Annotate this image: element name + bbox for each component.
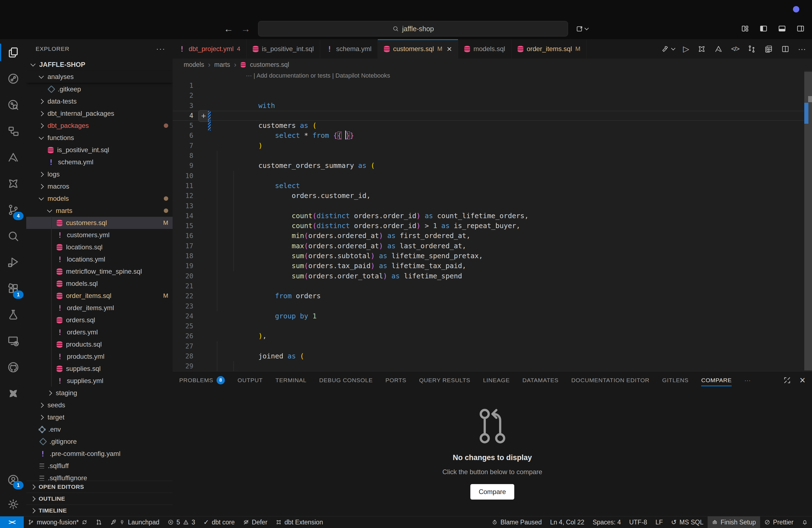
test-flask-icon[interactable] (0, 302, 26, 328)
problems-item[interactable]: 5 3 (163, 516, 199, 528)
dbt-power-user-icon[interactable] (697, 45, 706, 53)
code-line[interactable]: 26 + joined as ( (173, 331, 812, 341)
tree-item[interactable]: ! order_items.sql M (26, 290, 173, 302)
code-line[interactable]: 8 + (173, 151, 812, 161)
code-line[interactable]: 11 + (173, 181, 812, 191)
panel-tab[interactable]: TERMINAL (275, 371, 307, 389)
dbt-power-user-filled-icon[interactable] (0, 380, 26, 407)
tree-item[interactable]: ! .env (26, 423, 173, 436)
sidebar-section-header[interactable]: OUTLINE (26, 493, 173, 504)
tree-item[interactable]: ! functions (26, 132, 173, 144)
launchpad-item[interactable]: Launchpad (106, 516, 163, 528)
tree-item[interactable]: ! order_items.yml (26, 302, 173, 314)
tree-item[interactable]: ! JAFFLE-SHOP (26, 59, 173, 71)
tree-item[interactable]: ! .sqlfluff (26, 460, 173, 472)
cursor-position-item[interactable]: Ln 4, Col 22 (546, 516, 589, 528)
tree-item[interactable]: ! .pre-commit-config.yaml (26, 448, 173, 460)
prettier-item[interactable]: Prettier (760, 516, 798, 528)
explorer-icon[interactable] (0, 39, 26, 65)
compare-button[interactable]: Compare (470, 484, 514, 500)
panel-tab[interactable]: COMPARE (701, 371, 731, 389)
tree-item[interactable]: ! dbt_packages (26, 120, 173, 132)
pull-request-item[interactable] (92, 516, 106, 528)
tree-item[interactable]: ! data-tests (26, 95, 173, 107)
github-icon[interactable] (0, 354, 26, 380)
tree-item[interactable]: ! orders.sql (26, 314, 173, 326)
code-line[interactable]: 15 + max(orders.ordered_at) as last_orde… (173, 221, 812, 231)
code-line[interactable]: 5 + ) (173, 121, 812, 131)
tree-item[interactable]: ! locations.yml (26, 253, 173, 265)
tree-item[interactable]: ! schema.yml (26, 156, 173, 168)
code-line[interactable]: 18 + sum(orders.order_total) as lifetime… (173, 251, 812, 261)
more-actions-icon[interactable]: ··· (798, 45, 806, 53)
tree-item[interactable]: ! customers.sql M (26, 217, 173, 229)
editor-tab[interactable]: ! schema.yml × (320, 39, 378, 59)
tree-item[interactable]: ! staging (26, 387, 173, 399)
back-icon[interactable]: ← (224, 24, 233, 33)
dbt-extension-item[interactable]: dbt Extension (272, 516, 327, 528)
tree-item[interactable]: ! customers.yml (26, 229, 173, 241)
git-branch-item[interactable]: mwong-fusion* (24, 516, 92, 528)
command-center-search[interactable]: jaffle-shop (258, 21, 568, 36)
breadcrumb-folder[interactable]: marts (214, 61, 230, 69)
tree-item[interactable]: ! macros (26, 180, 173, 192)
panel-tab[interactable]: DATAMATES (523, 371, 559, 389)
code-line[interactable]: 23 + (173, 301, 812, 311)
tree-item[interactable]: ! dbt_internal_packages (26, 107, 173, 120)
eol-item[interactable]: LF (651, 516, 667, 528)
tree-item[interactable]: ! target (26, 411, 173, 423)
code-line[interactable]: 4 + select * from {{ }} (173, 111, 812, 121)
editor-tab[interactable]: ! dbt_project.yml 4 × (173, 39, 247, 59)
tree-item[interactable]: ! orders.yml (26, 326, 173, 338)
panel-tab[interactable]: PORTS (385, 371, 406, 389)
run-icon[interactable]: ▷ (683, 45, 689, 53)
panel-tab[interactable]: ··· (744, 371, 751, 389)
close-icon[interactable]: × (447, 44, 452, 53)
tree-item[interactable]: ! marts (26, 205, 173, 217)
tree-item[interactable]: ! supplies.yml (26, 375, 173, 387)
search-icon[interactable] (0, 223, 26, 249)
lineage-graph-icon[interactable] (0, 65, 26, 92)
tree-item[interactable]: ! .gitignore (26, 436, 173, 448)
defer-item[interactable]: Defer (239, 516, 272, 528)
tree-item[interactable]: ! supplies.sql (26, 363, 173, 375)
account-icon[interactable]: 1 (0, 468, 26, 492)
code-line[interactable]: 10 + orders.customer_id, (173, 171, 812, 181)
maximize-panel-icon[interactable] (783, 376, 791, 384)
tree-item[interactable]: ! models (26, 192, 173, 205)
close-panel-icon[interactable]: × (800, 375, 806, 385)
breadcrumb-file[interactable]: customers.sql (250, 61, 289, 69)
codelens[interactable]: ··· | Add documentation or tests | Datap… (173, 71, 812, 80)
query-results-icon[interactable] (764, 45, 773, 53)
tree-item[interactable]: ! .gitkeep (26, 83, 173, 95)
sidebar-section-header[interactable]: OPEN EDITORS (26, 481, 173, 493)
sidebar-more-icon[interactable]: ··· (156, 44, 165, 53)
code-line[interactable]: 27 + (173, 341, 812, 351)
forward-icon[interactable]: → (241, 24, 250, 33)
code-line[interactable]: 13 + count(distinct orders.order_id) > 1… (173, 201, 812, 211)
editor-tab[interactable]: ! customers.sql M × (378, 39, 458, 59)
code-line[interactable]: 19 + (173, 261, 812, 271)
remote-indicator[interactable]: >< (0, 516, 24, 528)
panel-tab[interactable]: QUERY RESULTS (419, 371, 470, 389)
flowchart-icon[interactable] (0, 118, 26, 144)
tree-item[interactable]: ! logs (26, 168, 173, 180)
editor-tab[interactable]: ! models.sql × (458, 39, 511, 59)
dbt-power-user-icon[interactable] (0, 171, 26, 196)
tree-item[interactable]: ! products.yml (26, 350, 173, 363)
build-hammer-icon[interactable] (661, 45, 675, 53)
customize-layout-icon[interactable] (741, 24, 749, 33)
notifications-item[interactable] (798, 516, 812, 528)
language-mode-item[interactable]: ↺ MS SQL (667, 516, 708, 528)
tree-item[interactable]: ! seeds (26, 399, 173, 411)
code-line[interactable]: 7 + customer_orders_summary as ( (173, 141, 812, 151)
blame-item[interactable]: Blame Paused (488, 516, 546, 528)
code-line[interactable]: 16 + sum(orders.subtotal) as lifetime_sp… (173, 231, 812, 241)
code-line[interactable]: 9 + select (173, 161, 812, 171)
panel-tab[interactable]: GITLENS (662, 371, 688, 389)
tree-item[interactable]: ! locations.sql (26, 241, 173, 253)
source-control-icon[interactable]: 4 (0, 196, 26, 223)
panel-tab[interactable]: PROBLEMS 8 (179, 371, 225, 389)
editor-scrollbar[interactable] (804, 71, 812, 371)
panel-tab[interactable]: OUTPUT (237, 371, 263, 389)
